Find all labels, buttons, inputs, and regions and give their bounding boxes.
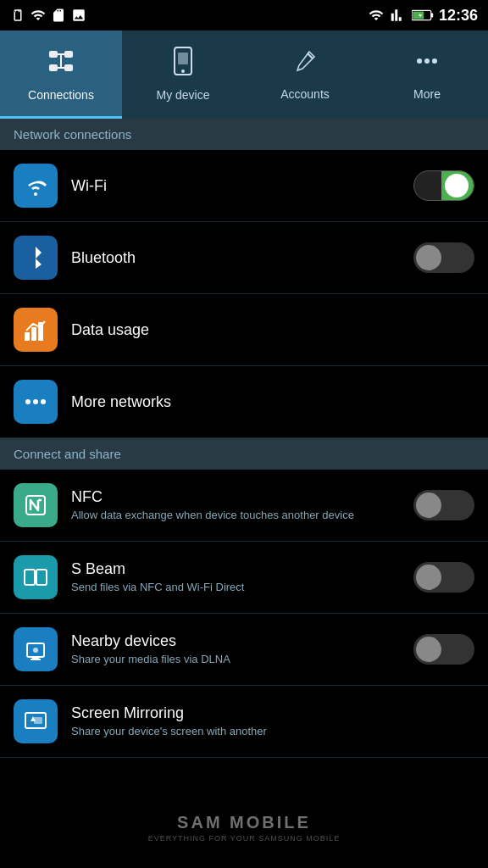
bluetooth-text: Bluetooth (71, 249, 413, 267)
nearby-toggle[interactable] (413, 634, 474, 665)
section-share-header: Connect and share (0, 438, 488, 470)
more-icon (413, 47, 441, 82)
status-icons-right: 12:36 (368, 7, 478, 25)
svg-rect-18 (25, 332, 30, 341)
nfc-icon (14, 483, 58, 527)
watermark: SAM MOBILE EVERYTHING FOR YOUR SAMSUNG M… (148, 813, 341, 843)
bluetooth-title: Bluetooth (71, 249, 413, 267)
more-networks-title: More networks (71, 393, 474, 411)
sbeam-text: S Beam Send files via NFC and Wi-Fi Dire… (71, 560, 413, 595)
mirror-title: Screen Mirroring (71, 704, 474, 722)
status-icons-left (10, 8, 86, 23)
tab-accounts-label: Accounts (280, 87, 330, 101)
sbeam-item[interactable]: S Beam Send files via NFC and Wi-Fi Dire… (0, 542, 488, 614)
section-network-header: Network connections (0, 119, 488, 150)
svg-rect-12 (178, 53, 188, 64)
tab-connections[interactable]: Connections (0, 31, 122, 119)
svg-rect-34 (34, 717, 42, 724)
nearby-item[interactable]: Nearby devices Share your media files vi… (0, 614, 488, 686)
status-bar: 12:36 (0, 0, 488, 31)
sbeam-icon (14, 555, 58, 599)
nearby-text: Nearby devices Share your media files vi… (71, 632, 413, 667)
svg-point-15 (424, 58, 430, 64)
nfc-toggle[interactable] (413, 490, 474, 520)
svg-point-14 (417, 58, 422, 64)
bluetooth-item[interactable]: Bluetooth (0, 222, 488, 294)
mydevice-icon (169, 46, 197, 83)
svg-point-32 (33, 648, 38, 653)
sd-icon (51, 8, 66, 23)
svg-point-11 (181, 70, 185, 73)
wifi-icon (14, 164, 58, 208)
mirror-text: Screen Mirroring Share your device's scr… (71, 704, 474, 739)
sbeam-subtitle: Send files via NFC and Wi-Fi Direct (71, 581, 413, 595)
wifi-item[interactable]: Wi-Fi (0, 150, 488, 222)
svg-rect-3 (49, 51, 58, 58)
data-usage-title: Data usage (71, 321, 474, 339)
nearby-title: Nearby devices (71, 632, 413, 650)
svg-rect-2 (413, 12, 424, 19)
image-icon (71, 8, 86, 23)
data-usage-item[interactable]: Data usage (0, 294, 488, 366)
wifi-title: Wi-Fi (71, 177, 413, 195)
nearby-subtitle: Share your media files via DLNA (71, 653, 413, 667)
watermark-sub: EVERYTHING FOR YOUR SAMSUNG MOBILE (148, 834, 341, 843)
svg-point-22 (33, 399, 38, 404)
battery-icon (412, 8, 434, 22)
accounts-icon (291, 47, 319, 82)
svg-rect-4 (64, 51, 73, 58)
sbeam-title: S Beam (71, 560, 413, 578)
bluetooth-toggle[interactable] (413, 242, 474, 273)
svg-point-17 (34, 192, 37, 196)
rx-icon (30, 8, 46, 23)
wifi-text: Wi-Fi (71, 177, 413, 195)
usb-icon (10, 8, 25, 23)
status-time: 12:36 (439, 7, 478, 25)
nearby-icon (14, 627, 58, 671)
svg-rect-6 (64, 64, 73, 71)
svg-point-21 (25, 399, 30, 404)
tab-bar: Connections My device Accounts (0, 31, 488, 119)
svg-point-16 (432, 58, 437, 64)
more-networks-item[interactable]: More networks (0, 366, 488, 438)
mirror-subtitle: Share your device's screen with another (71, 725, 474, 739)
nfc-text: NFC Allow data exchange when device touc… (71, 488, 413, 523)
tab-mydevice[interactable]: My device (122, 31, 244, 119)
wifi-status-icon (368, 8, 385, 23)
nfc-title: NFC (71, 488, 413, 506)
tab-connections-label: Connections (28, 88, 94, 102)
more-networks-icon (14, 380, 58, 424)
svg-rect-27 (36, 570, 47, 585)
svg-rect-1 (431, 14, 433, 18)
wifi-toggle[interactable] (413, 170, 474, 201)
watermark-logo: SAM MOBILE (148, 813, 341, 832)
data-usage-text: Data usage (71, 321, 474, 339)
more-networks-text: More networks (71, 393, 474, 411)
svg-rect-5 (49, 64, 58, 71)
mirror-item[interactable]: Screen Mirroring Share your device's scr… (0, 686, 488, 758)
svg-rect-26 (25, 570, 35, 585)
bluetooth-icon (14, 236, 58, 280)
nfc-subtitle: Allow data exchange when device touches … (71, 509, 413, 523)
mirror-icon (14, 699, 58, 743)
sbeam-toggle[interactable] (413, 562, 474, 593)
tab-accounts[interactable]: Accounts (244, 31, 366, 119)
connections-icon (46, 46, 76, 83)
cell-signal-icon (390, 8, 407, 23)
data-usage-icon (14, 308, 58, 352)
svg-point-23 (41, 399, 46, 404)
nfc-item[interactable]: NFC Allow data exchange when device touc… (0, 470, 488, 542)
tab-more[interactable]: More (366, 31, 488, 119)
svg-rect-19 (31, 327, 36, 341)
tab-mydevice-label: My device (156, 88, 209, 102)
tab-more-label: More (413, 87, 441, 101)
